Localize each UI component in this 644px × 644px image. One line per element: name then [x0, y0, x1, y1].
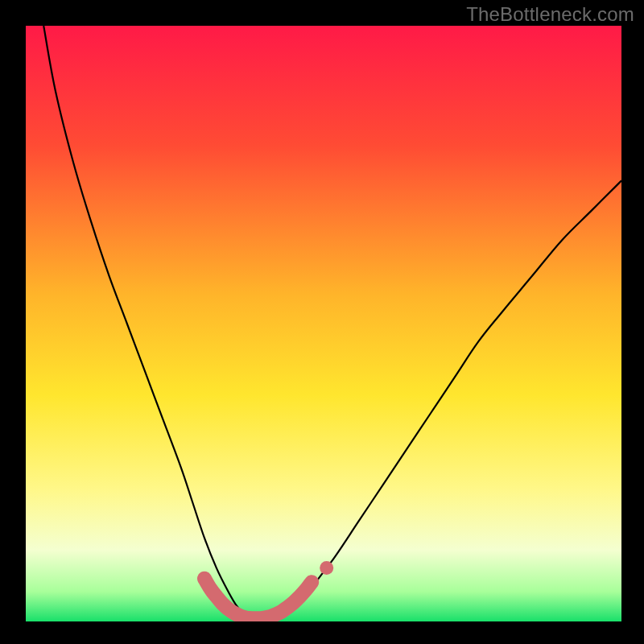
app-frame: TheBottleneck.com	[0, 0, 644, 644]
plot-background	[26, 26, 621, 621]
bottleneck-chart	[0, 0, 644, 644]
highlight-dot-icon	[320, 561, 333, 575]
watermark-text: TheBottleneck.com	[466, 3, 634, 26]
